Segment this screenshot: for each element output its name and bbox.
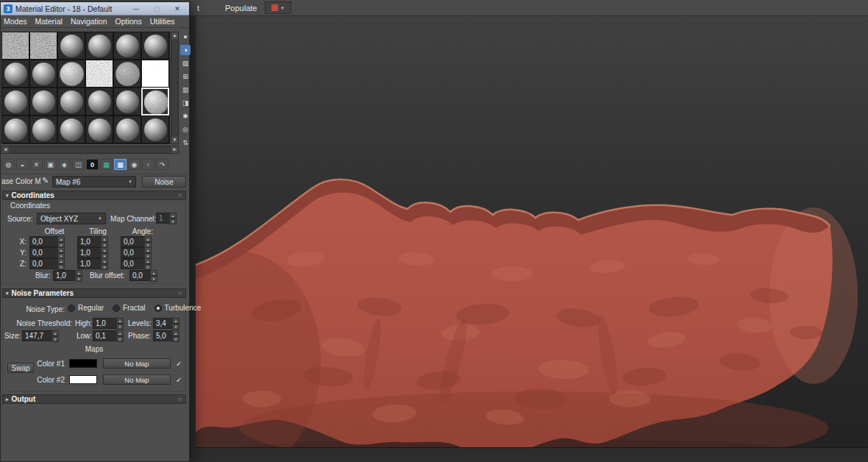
menu-modes[interactable]: Modes (4, 17, 27, 26)
sample-slot[interactable] (141, 32, 169, 60)
sample-slot[interactable] (57, 88, 85, 115)
sample-slot[interactable] (113, 88, 141, 115)
sample-slot[interactable] (141, 88, 169, 115)
spinner-up-icon[interactable]: ▴ (101, 247, 108, 253)
minimize-button[interactable]: — (127, 5, 145, 13)
tiling-spinner[interactable]: 1,0▴▾ (77, 236, 108, 247)
video-color-check-button[interactable]: ▥ (180, 85, 191, 95)
radio-regular[interactable]: Regular (68, 304, 104, 312)
spinner-up-icon[interactable]: ▴ (57, 247, 65, 253)
menu-utilities[interactable]: Utilities (150, 17, 175, 26)
spinner-arrows[interactable]: ▴▾ (150, 270, 157, 281)
reset-map-button[interactable]: ✕ (30, 159, 43, 170)
sample-scrollbar-vertical[interactable]: ▲ ▼ (171, 32, 179, 144)
menu-fragment[interactable]: t (197, 4, 199, 13)
spinner-arrows[interactable]: ▴▾ (101, 247, 108, 258)
make-unique-button[interactable]: ◈ (58, 159, 71, 170)
phase-spinner[interactable]: 5,0 ▴▾ (153, 330, 179, 341)
spinner-down-icon[interactable]: ▾ (116, 324, 124, 330)
spinner-up-icon[interactable]: ▴ (116, 330, 124, 336)
spinner-down-icon[interactable]: ▾ (172, 336, 179, 342)
rollout-noise-header[interactable]: ▾ Noise Parameters ∷ (2, 288, 186, 298)
sample-slot[interactable] (85, 88, 113, 115)
offset-spinner[interactable]: 0,0▴▾ (29, 236, 65, 247)
sample-scroll-right-button[interactable]: ► (171, 146, 178, 153)
sample-slot[interactable] (113, 115, 141, 143)
spinner-down-icon[interactable]: ▾ (51, 336, 59, 342)
offset-spinner[interactable]: 0,0▴▾ (29, 247, 65, 258)
sample-scroll-left-button[interactable]: ◄ (2, 146, 9, 153)
map-button[interactable]: No Map (103, 358, 171, 369)
sample-slot[interactable] (85, 60, 113, 88)
sample-slot[interactable] (29, 60, 57, 88)
low-spinner[interactable]: 0,1 ▴▾ (93, 330, 124, 341)
spinner-down-icon[interactable]: ▾ (116, 336, 124, 342)
angle-spinner[interactable]: 0,0▴▾ (121, 247, 152, 258)
sample-slot[interactable] (57, 60, 85, 88)
maximize-button[interactable]: ▢ (148, 5, 166, 13)
window-titlebar[interactable]: 3 Material Editor - 18 - Default — ▢ ✕ (1, 2, 189, 15)
menu-navigation[interactable]: Navigation (71, 17, 107, 26)
swap-button[interactable]: Swap (7, 363, 34, 373)
spinner-arrows[interactable]: ▴▾ (51, 330, 59, 341)
sample-slot[interactable] (57, 115, 85, 143)
spinner-arrows[interactable]: ▴▾ (144, 236, 152, 247)
sample-scroll-up-button[interactable]: ▲ (171, 32, 178, 39)
sample-slot[interactable] (1, 32, 29, 60)
spinner-arrows[interactable]: ▴▾ (101, 236, 108, 247)
sample-slot[interactable] (29, 32, 57, 60)
menu-populate[interactable]: Populate (225, 4, 257, 13)
spinner-up-icon[interactable]: ▴ (75, 270, 82, 276)
populate-flyout-button[interactable]: ▼ (265, 1, 291, 14)
spinner-arrows[interactable]: ▴▾ (101, 258, 108, 269)
spinner-up-icon[interactable]: ▴ (101, 236, 108, 242)
spinner-up-icon[interactable]: ▴ (150, 270, 157, 276)
pick-material-eyedropper-icon[interactable]: ✎ (42, 176, 49, 185)
map-enable-checkbox[interactable]: ✓ (176, 376, 182, 384)
spinner-down-icon[interactable]: ▾ (101, 264, 108, 270)
sample-slot[interactable] (141, 60, 169, 88)
spinner-down-icon[interactable]: ▾ (172, 324, 179, 330)
sample-slot[interactable] (29, 115, 57, 143)
options-button[interactable]: ✱ (180, 111, 191, 121)
menu-material[interactable]: Material (35, 17, 63, 26)
angle-spinner[interactable]: 0,0▴▾ (121, 258, 152, 269)
spinner-arrows[interactable]: ▴▾ (57, 247, 65, 258)
spinner-arrows[interactable]: ▴▾ (172, 318, 179, 329)
spinner-arrows[interactable]: ▴▾ (116, 318, 124, 329)
spinner-down-icon[interactable]: ▾ (75, 276, 82, 282)
spinner-arrows[interactable]: ▴▾ (169, 213, 177, 224)
spinner-down-icon[interactable]: ▾ (150, 276, 157, 282)
show-background-in-viewport-button[interactable]: ▦ (100, 159, 113, 170)
make-material-copy-button[interactable]: ▣ (44, 159, 57, 170)
spinner-up-icon[interactable]: ▴ (116, 318, 124, 324)
rollout-coordinates-header[interactable]: ▾ Coordinates ∷ (2, 191, 186, 200)
color-swatch[interactable] (69, 359, 97, 368)
map-enable-checkbox[interactable]: ✓ (176, 360, 182, 368)
generate-preview-button[interactable]: ◨ (180, 98, 191, 108)
spinner-up-icon[interactable]: ▴ (101, 258, 108, 264)
map-button[interactable]: No Map (103, 374, 171, 385)
high-spinner[interactable]: 1,0 ▴▾ (93, 318, 124, 329)
spinner-up-icon[interactable]: ▴ (172, 330, 179, 336)
offset-spinner[interactable]: 0,0▴▾ (29, 258, 65, 269)
sample-slot[interactable] (85, 115, 113, 143)
put-material-to-scene-button[interactable]: ◒ (16, 159, 29, 170)
spinner-down-icon[interactable]: ▾ (144, 264, 152, 270)
source-dropdown[interactable]: Object XYZ ▼ (37, 213, 106, 224)
spinner-up-icon[interactable]: ▴ (57, 258, 65, 264)
angle-spinner[interactable]: 0,0▴▾ (121, 236, 152, 247)
menu-options[interactable]: Options (115, 17, 142, 26)
spinner-up-icon[interactable]: ▴ (144, 247, 152, 253)
background-button[interactable]: ▨ (180, 58, 191, 68)
spinner-arrows[interactable]: ▴▾ (57, 236, 65, 247)
tiling-spinner[interactable]: 1,0▴▾ (77, 258, 108, 269)
show-end-result-button[interactable]: ◉ (128, 159, 140, 170)
blur-spinner[interactable]: 1,0 ▴▾ (53, 270, 82, 281)
go-to-parent-button[interactable]: ↑ (142, 159, 154, 170)
blur-offset-spinner[interactable]: 0,0 ▴▾ (129, 270, 157, 281)
spinner-arrows[interactable]: ▴▾ (57, 258, 65, 269)
spinner-down-icon[interactable]: ▾ (57, 264, 65, 270)
select-by-material-button[interactable]: ◎ (180, 124, 191, 135)
go-forward-sibling-button[interactable]: ↷ (156, 159, 168, 170)
